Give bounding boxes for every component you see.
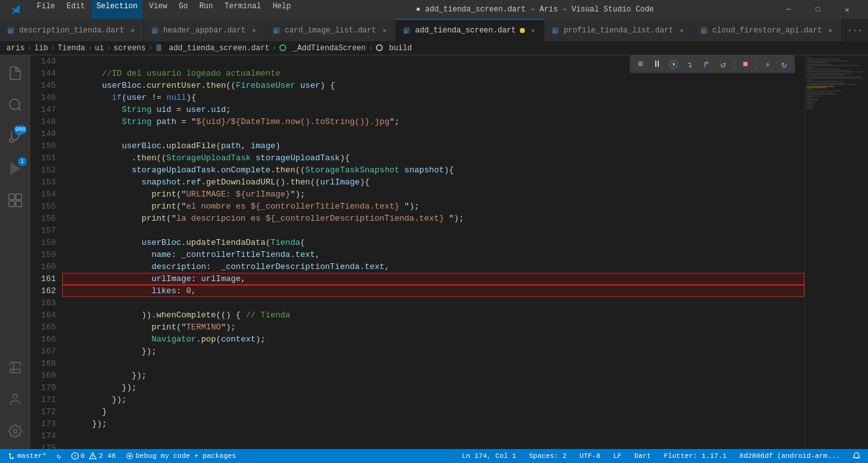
code-editor[interactable]: //ID del usuario logeado actualmente use… <box>62 55 804 449</box>
line-number: 168 <box>31 357 56 370</box>
maximize-button[interactable]: □ <box>803 0 832 19</box>
menu-help[interactable]: Help <box>268 0 296 19</box>
line-number: 155 <box>31 200 56 212</box>
sync-button[interactable]: ↻ <box>54 449 64 463</box>
debug-pause-button[interactable]: ⏸ <box>650 57 664 71</box>
menu-edit[interactable]: Edit <box>62 0 90 19</box>
svg-rect-23 <box>9 201 15 207</box>
tab-close-icon[interactable]: ✕ <box>249 25 259 36</box>
language-mode[interactable]: Dart <box>632 449 653 463</box>
menu-go[interactable]: Go <box>173 0 193 19</box>
debug-step-into-button[interactable]: ↴ <box>683 57 697 71</box>
activity-run[interactable]: 1 <box>0 153 31 184</box>
code-line: )).whenComplete(() { // Tienda <box>62 309 804 321</box>
svg-point-25 <box>13 394 17 399</box>
breadcrumb-part[interactable]: lib <box>34 44 48 53</box>
line-number: 147 <box>31 104 56 116</box>
breadcrumb-sep: › <box>369 44 373 53</box>
encoding[interactable]: UTF-8 <box>577 449 603 463</box>
minimap-line <box>806 103 813 104</box>
minimap-line <box>806 65 858 66</box>
line-ending[interactable]: LF <box>611 449 624 463</box>
line-number: 150 <box>31 140 56 152</box>
git-branch[interactable]: master* <box>5 449 49 463</box>
breadcrumb-part[interactable]: Tienda <box>58 44 85 53</box>
tab-profile-tienda-list[interactable]: D profile_tienda_list.dart ✕ <box>545 19 693 41</box>
debug-menu-button[interactable]: ≡ <box>634 57 648 71</box>
breadcrumb-method[interactable]: build <box>376 44 412 53</box>
tab-close-icon[interactable]: ✕ <box>677 25 686 36</box>
activity-settings[interactable] <box>0 416 31 446</box>
close-button[interactable]: ✕ <box>832 0 862 19</box>
status-bar: master* ↻ 0 2 46 Debug my code + package… <box>0 449 868 463</box>
debug-run-button[interactable]: Debug my code + packages <box>123 449 238 463</box>
svg-rect-21 <box>9 194 15 200</box>
debug-restart-button[interactable]: ↺ <box>716 57 730 71</box>
svg-text:D: D <box>553 29 556 34</box>
tab-cloud-firestore-api[interactable]: D cloud_firestore_api.dart ✕ <box>693 19 842 41</box>
tab-card-image-list[interactable]: D card_image_list.dart ✕ <box>266 19 396 41</box>
minimize-button[interactable]: ─ <box>774 0 803 19</box>
menu-file[interactable]: File <box>32 0 60 19</box>
flutter-version[interactable]: Flutter: 1.17.1 <box>661 449 729 463</box>
tabs-more-button[interactable]: ··· <box>842 19 868 41</box>
line-number: 146 <box>31 92 56 104</box>
minimap-line <box>806 74 844 76</box>
line-number: 158 <box>31 237 56 249</box>
code-line: snapshot.ref.getDownloadURL().then((urlI… <box>62 176 804 188</box>
code-line: .then((StorageUploadTask storageUploadTa… <box>62 152 804 164</box>
menu-run[interactable]: Run <box>194 0 219 19</box>
breadcrumb-part[interactable]: ui <box>95 44 104 53</box>
tab-close-icon[interactable]: ✕ <box>826 25 835 36</box>
hot-restart-button[interactable]: ↻ <box>777 57 791 71</box>
debug-step-out-button[interactable]: ↱ <box>700 57 714 71</box>
line-number: 171 <box>31 394 56 406</box>
minimap-line <box>806 84 857 85</box>
activity-extensions[interactable] <box>0 185 31 216</box>
cursor-position[interactable]: Ln 174, Col 1 <box>459 449 519 463</box>
breadcrumb-file[interactable]: add_tienda_screen.dart <box>155 44 269 53</box>
code-line: }); <box>62 418 804 430</box>
code-line: Navigator.pop(context); <box>62 333 804 345</box>
line-number: 144 <box>31 67 56 79</box>
activity-source-control[interactable]: 988 <box>0 121 31 152</box>
code-line: String uid = user.uid; <box>62 104 804 116</box>
menu-terminal[interactable]: Terminal <box>219 0 266 19</box>
tab-add-tienda-screen[interactable]: D add_tienda_screen.dart ✕ <box>396 19 545 41</box>
menu-selection[interactable]: Selection <box>92 0 143 19</box>
debug-step-over-button[interactable] <box>667 57 681 71</box>
notifications[interactable] <box>850 449 863 463</box>
vscode-logo <box>6 0 27 19</box>
minimap-line <box>806 68 840 69</box>
activity-account[interactable] <box>0 384 31 415</box>
minimap-line <box>806 81 844 82</box>
tab-header-appbar[interactable]: D header_appbar.dart ✕ <box>144 19 266 41</box>
tab-close-icon[interactable]: ✕ <box>380 25 389 36</box>
activity-test[interactable] <box>0 352 31 383</box>
tab-close-icon[interactable]: ✕ <box>128 25 137 36</box>
line-number: 170 <box>31 382 56 394</box>
activity-explorer[interactable] <box>0 58 31 88</box>
code-line: name: _controllerTitleTienda.text, <box>62 249 804 261</box>
tabs-bar: D description_tienda.dart ✕ D header_app… <box>0 19 868 41</box>
breadcrumb-part[interactable]: aris <box>6 44 25 53</box>
tab-close-icon[interactable]: ✕ <box>529 25 538 36</box>
hot-reload-button[interactable]: ⚡ <box>761 57 775 71</box>
svg-text:D: D <box>702 29 705 34</box>
breadcrumb-class[interactable]: _AddTiendaScreen <box>279 44 365 53</box>
line-number: 154 <box>31 188 56 200</box>
activity-search[interactable] <box>0 90 31 120</box>
errors-count[interactable]: 0 2 46 <box>69 449 118 463</box>
code-line: print("TERMINO"); <box>62 321 804 333</box>
source-control-badge: 988 <box>14 125 27 134</box>
line-number: 169 <box>31 370 56 382</box>
breadcrumb-part[interactable]: screens <box>114 44 146 53</box>
svg-point-26 <box>13 429 17 433</box>
menu-view[interactable]: View <box>144 0 172 19</box>
indentation[interactable]: Spaces: 2 <box>526 449 569 463</box>
line-number: 145 <box>31 79 56 92</box>
tab-description-tienda[interactable]: D description_tienda.dart ✕ <box>0 19 144 41</box>
debug-stop-button[interactable]: ■ <box>738 57 752 71</box>
code-line: } <box>62 406 804 418</box>
device-info[interactable]: 8d2806df (android-arm... <box>737 449 843 463</box>
